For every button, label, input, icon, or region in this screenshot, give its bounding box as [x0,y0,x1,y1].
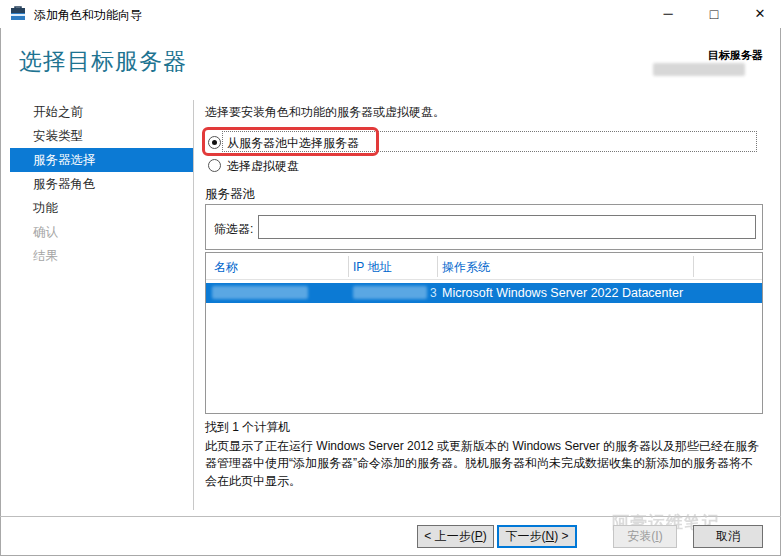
cancel-button[interactable]: 取消 [693,525,763,548]
server-os-cell: Microsoft Windows Server 2022 Datacenter [442,286,683,300]
next-button-label: 下一步( [505,529,545,543]
next-button[interactable]: 下一步(N) > [497,525,577,548]
wizard-app-icon [10,6,26,22]
previous-button-label-end: ) [483,529,487,543]
sidebar-item-results: 结果 [10,244,193,268]
install-button-label: 安装( [627,529,655,543]
filter-panel: 筛选器: [205,204,763,250]
install-button: 安装(I) [613,525,677,548]
server-ip-suffix: 3 [430,286,437,300]
server-ip-redacted [353,286,427,299]
instruction-text: 选择要安装角色和功能的服务器或虚拟硬盘。 [205,104,445,121]
wizard-steps-sidebar: 开始之前 安装类型 服务器选择 服务器角色 功能 确认 结果 [0,100,193,268]
sidebar-item-server-roles[interactable]: 服务器角色 [10,172,193,196]
next-button-mnemonic: N [545,529,554,543]
column-divider [348,256,349,277]
page-title: 选择目标服务器 [19,46,187,77]
column-header-os[interactable]: 操作系统 [442,259,490,276]
target-server-name-redacted [653,63,745,76]
sidebar-item-server-selection[interactable]: 服务器选择 [10,148,193,172]
title-bar: 添加角色和功能向导 ─ □ ✕ [0,0,781,28]
close-icon[interactable]: ✕ [742,0,778,28]
computers-found-text: 找到 1 个计算机 [205,419,290,436]
previous-button[interactable]: < 上一步(P) [417,525,494,548]
minimize-icon[interactable]: ─ [650,0,686,28]
server-name-redacted [212,286,308,299]
wizard-window: 添加角色和功能向导 ─ □ ✕ 选择目标服务器 目标服务器 开始之前 安装类型 … [0,0,781,556]
sidebar-item-confirmation: 确认 [10,220,193,244]
filter-input[interactable] [258,215,756,239]
server-pool-table: 名称 IP 地址 操作系统 3 Microsoft Windows Server… [205,252,763,414]
sidebar-item-features[interactable]: 功能 [10,196,193,220]
column-divider [693,256,694,277]
table-row-selected-server[interactable]: 3 Microsoft Windows Server 2022 Datacent… [206,283,762,303]
filter-label: 筛选器: [214,221,253,238]
table-header-row: 名称 IP 地址 操作系统 [206,253,762,280]
next-button-label-end: ) > [554,529,568,543]
radio-select-vhd[interactable] [208,159,221,172]
install-button-label-end: ) [659,529,663,543]
sidebar-item-before-you-begin[interactable]: 开始之前 [10,100,193,124]
radio-select-vhd-label[interactable]: 选择虚拟硬盘 [227,158,299,175]
maximize-icon[interactable]: □ [696,0,732,28]
page-description-text: 此页显示了正在运行 Windows Server 2012 或更新版本的 Win… [205,438,763,490]
column-header-name[interactable]: 名称 [214,259,238,276]
window-title: 添加角色和功能向导 [34,7,142,24]
sidebar-item-installation-type[interactable]: 安装类型 [10,124,193,148]
column-header-ip[interactable]: IP 地址 [353,259,391,276]
sidebar-divider [193,100,194,510]
annotation-red-highlight [202,127,379,156]
column-divider [437,256,438,277]
previous-button-mnemonic: P [475,529,483,543]
target-server-label: 目标服务器 [708,48,763,63]
server-pool-title: 服务器池 [205,186,255,203]
previous-button-label: < 上一步( [424,529,474,543]
